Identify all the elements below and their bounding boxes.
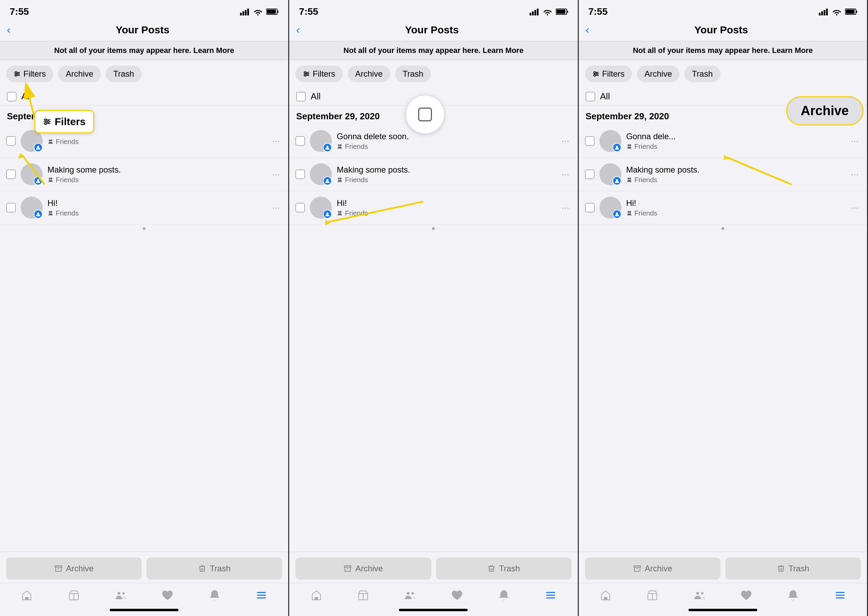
store-tab-3[interactable] xyxy=(641,588,664,603)
home-tab-2[interactable] xyxy=(305,588,328,603)
bell-tab-1[interactable] xyxy=(203,588,226,603)
archive-action-btn-1[interactable]: Archive xyxy=(6,558,142,580)
svg-point-29 xyxy=(118,592,120,595)
home-bar-3 xyxy=(689,609,757,611)
svg-rect-52 xyxy=(344,566,351,567)
svg-rect-53 xyxy=(314,597,318,600)
post-text-3-2: Making some posts. xyxy=(626,165,844,174)
post-more-2-2[interactable]: ··· xyxy=(559,169,571,180)
post-checkbox-2-2[interactable] xyxy=(296,170,305,179)
nav-bar-3: ‹ Your Posts xyxy=(579,20,867,41)
svg-point-45 xyxy=(307,73,308,75)
post-more-3-2[interactable]: ··· xyxy=(849,169,861,180)
home-tab-1[interactable] xyxy=(16,588,38,603)
heart-tab-2[interactable] xyxy=(446,588,469,603)
store-tab-1[interactable] xyxy=(63,588,85,603)
home-indicator-1 xyxy=(0,605,288,616)
home-tab-3[interactable] xyxy=(594,588,617,603)
post-meta-1-2: Friends xyxy=(47,176,265,184)
post-text-3-1: Gonna dele... xyxy=(626,132,844,141)
trash-button-top-3[interactable]: Trash xyxy=(684,66,720,82)
post-content-1-1: Friends xyxy=(47,137,265,146)
post-more-3-1[interactable]: ··· xyxy=(849,135,861,146)
people-icon-3 xyxy=(693,589,705,601)
select-all-checkbox-2[interactable] xyxy=(296,92,306,101)
archive-button-top-2[interactable]: Archive xyxy=(348,66,390,82)
menu-tab-1[interactable] xyxy=(250,588,273,603)
home-indicator-2 xyxy=(289,605,577,616)
svg-rect-37 xyxy=(535,10,536,16)
svg-rect-59 xyxy=(546,592,555,593)
learn-more-link-3[interactable]: Learn More xyxy=(772,46,813,55)
heart-tab-1[interactable] xyxy=(156,588,179,603)
trash-button-top-1[interactable]: Trash xyxy=(105,66,142,82)
post-more-1-1[interactable]: ··· xyxy=(270,135,282,146)
trash-action-btn-2[interactable]: Trash xyxy=(436,558,572,580)
user-icon-3-2 xyxy=(615,178,620,183)
trash-button-top-2[interactable]: Trash xyxy=(395,66,431,82)
post-more-3-3[interactable]: ··· xyxy=(849,202,861,213)
post-checkbox-1-2[interactable] xyxy=(6,170,16,179)
filters-button-1[interactable]: Filters xyxy=(6,66,53,82)
status-time-2: 7:55 xyxy=(299,6,318,17)
menu-tab-2[interactable] xyxy=(539,588,562,603)
bell-tab-2[interactable] xyxy=(492,588,515,603)
post-more-1-2[interactable]: ··· xyxy=(270,169,282,180)
svg-rect-65 xyxy=(826,9,828,16)
post-meta-1-3: Friends xyxy=(47,209,265,217)
people-tab-3[interactable] xyxy=(688,588,711,603)
select-all-checkbox-1[interactable] xyxy=(7,92,17,101)
post-checkbox-1-3[interactable] xyxy=(6,203,16,212)
back-button-3[interactable]: ‹ xyxy=(586,24,590,36)
bell-tab-3[interactable] xyxy=(782,588,804,603)
archive-button-top-3[interactable]: Archive xyxy=(637,66,679,82)
svg-rect-86 xyxy=(836,592,844,593)
post-checkbox-2-1[interactable] xyxy=(296,136,305,146)
post-checkbox-1-1[interactable] xyxy=(6,136,16,146)
bottom-bar-1: Archive Trash xyxy=(0,552,288,583)
tab-bar-1 xyxy=(0,583,288,605)
archive-action-btn-2[interactable]: Archive xyxy=(296,558,431,580)
bottom-bar-2: Archive Trash xyxy=(289,552,577,583)
post-checkbox-3-1[interactable] xyxy=(585,136,594,146)
post-checkbox-3-3[interactable] xyxy=(585,203,594,212)
svg-rect-61 xyxy=(546,597,555,599)
post-text-1-3: Hi! xyxy=(47,198,265,208)
archive-button-top-1[interactable]: Archive xyxy=(58,66,101,82)
trash-action-btn-1[interactable]: Trash xyxy=(146,558,282,580)
post-more-1-3[interactable]: ··· xyxy=(270,202,282,213)
select-all-label-1: All xyxy=(21,91,31,102)
archive-action-btn-3[interactable]: Archive xyxy=(585,558,720,580)
learn-more-link-1[interactable]: Learn More xyxy=(193,46,234,55)
svg-rect-33 xyxy=(257,595,266,596)
back-button-2[interactable]: ‹ xyxy=(296,24,300,36)
post-more-2-1[interactable]: ··· xyxy=(559,135,571,146)
tab-bar-3 xyxy=(579,583,867,605)
people-tab-1[interactable] xyxy=(109,588,132,603)
friends-icon-1-1 xyxy=(47,138,53,145)
store-tab-2[interactable] xyxy=(352,588,374,603)
post-item-1-3: Hi! Friends ··· xyxy=(0,191,288,225)
svg-rect-2 xyxy=(245,10,247,16)
post-item-3-3: Hi! Friends ··· xyxy=(579,191,867,225)
post-text-1-2: Making some posts. xyxy=(47,165,265,174)
svg-point-9 xyxy=(15,71,17,73)
select-all-row-1: All xyxy=(0,88,288,105)
filters-button-2[interactable]: Filters xyxy=(296,66,343,82)
post-checkbox-2-3[interactable] xyxy=(296,203,305,212)
post-checkbox-3-2[interactable] xyxy=(585,170,594,179)
post-avatar-badge-1-3 xyxy=(34,210,42,218)
svg-point-72 xyxy=(596,73,598,75)
trash-action-btn-3[interactable]: Trash xyxy=(725,558,861,580)
menu-tab-3[interactable] xyxy=(829,588,851,603)
post-more-2-3[interactable]: ··· xyxy=(559,202,571,213)
people-tab-2[interactable] xyxy=(399,588,421,603)
archive-btn-icon-2 xyxy=(344,564,352,573)
filters-button-3[interactable]: Filters xyxy=(585,66,632,82)
checkbox-highlight-inner xyxy=(418,108,432,121)
select-all-checkbox-3[interactable] xyxy=(586,92,595,101)
heart-tab-3[interactable] xyxy=(735,588,758,603)
user-icon-3-3 xyxy=(615,212,620,217)
learn-more-link-2[interactable]: Learn More xyxy=(483,46,524,55)
back-button-1[interactable]: ‹ xyxy=(7,24,11,36)
